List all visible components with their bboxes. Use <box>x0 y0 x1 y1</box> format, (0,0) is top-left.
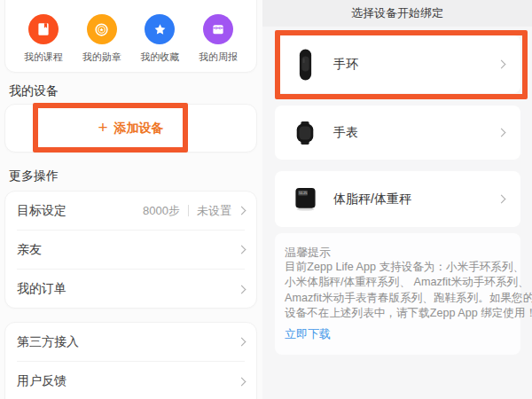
device-label: 手表 <box>333 125 358 141</box>
briefcase-icon <box>203 14 233 44</box>
menu-item-goal-setting[interactable]: 目标设定 8000步 未设置 <box>17 192 245 231</box>
menu-item-friends[interactable]: 亲友 <box>17 231 245 270</box>
device-label: 手环 <box>333 57 358 73</box>
device-row-watch[interactable]: 手表 <box>275 106 520 160</box>
device-binding-page: 选择设备开始绑定 手环 <box>262 0 532 399</box>
shortcut-my-favorites[interactable]: 我的收藏 <box>134 14 185 64</box>
menu-label: 用户反馈 <box>17 373 66 389</box>
device-row-band[interactable]: 手环 <box>275 35 520 93</box>
tips-text-line: Amazfit米动手表青春版系列、跑鞋系列。如果您的 <box>285 291 512 306</box>
shortcut-my-badges[interactable]: 我的勋章 <box>76 14 128 64</box>
shortcut-label: 我的勋章 <box>82 51 121 64</box>
chevron-right-icon <box>497 129 506 137</box>
band-icon <box>291 48 319 82</box>
add-device-button[interactable]: + 添加设备 <box>4 104 257 153</box>
tips-card: 温馨提示 目前Zepp Life App 支持设备为：小米手环系列、 小米体脂秤… <box>275 233 520 355</box>
page-title: 选择设备开始绑定 <box>351 5 443 21</box>
tips-title: 温馨提示 <box>285 245 512 260</box>
scale-display-value: 51.25 <box>299 192 307 195</box>
device-row-scale[interactable]: 51.25 体脂秤/体重秤 <box>275 171 520 227</box>
device-label: 体脂秤/体重秤 <box>333 192 411 207</box>
watch-icon <box>291 121 319 145</box>
medal-icon <box>87 14 117 44</box>
zepp-life-app: 我的课程 我的勋章 我的收藏 <box>0 0 532 399</box>
menu-label: 亲友 <box>17 242 42 258</box>
menu-label: 目标设定 <box>17 203 66 219</box>
chevron-right-icon <box>497 195 506 204</box>
tips-text-line: 设备不在上述列表中，请下载Zepp App 绑定使用！ <box>285 306 512 321</box>
shortcut-my-weekly-report[interactable]: 我的周报 <box>192 14 244 64</box>
plus-icon: + <box>98 119 107 136</box>
tips-text-line: 小米体脂秤/体重秤系列、 Amazfit米动手环系列、 <box>285 275 512 290</box>
more-actions-header: 更多操作 <box>9 168 59 184</box>
chevron-right-icon <box>238 207 246 215</box>
shortcut-my-courses[interactable]: 我的课程 <box>18 14 69 64</box>
shortcut-label: 我的周报 <box>199 51 238 64</box>
shortcuts-card: 我的课程 我的勋章 我的收藏 <box>4 0 257 73</box>
menu-item-user-feedback[interactable]: 用户反馈 <box>17 362 245 399</box>
shortcut-label: 我的收藏 <box>140 51 179 64</box>
page-header: 选择设备开始绑定 <box>262 0 532 27</box>
menu-item-third-party-access[interactable]: 第三方接入 <box>17 323 245 362</box>
tips-text-line: 目前Zepp Life App 支持设备为：小米手环系列、 <box>285 260 512 275</box>
book-icon <box>28 14 59 44</box>
goal-status-value: 未设置 <box>197 203 231 219</box>
shortcut-label: 我的课程 <box>24 51 63 64</box>
menu-card-secondary: 第三方接入 用户反馈 <box>4 322 257 399</box>
add-device-label: 添加设备 <box>114 121 164 137</box>
menu-label: 我的订单 <box>17 281 66 297</box>
menu-label: 第三方接入 <box>17 334 79 350</box>
chevron-right-icon <box>238 338 246 347</box>
chevron-right-icon <box>238 285 246 293</box>
menu-card-primary: 目标设定 8000步 未设置 亲友 我的订单 <box>4 191 257 309</box>
download-now-link[interactable]: 立即下载 <box>285 326 331 342</box>
chevron-right-icon <box>238 377 246 386</box>
chevron-right-icon <box>238 246 246 254</box>
my-devices-header: 我的设备 <box>9 83 59 99</box>
device-type-list: 手环 手表 <box>262 27 532 227</box>
scale-icon: 51.25 <box>291 187 319 211</box>
profile-page: 我的课程 我的勋章 我的收藏 <box>0 0 262 399</box>
chevron-right-icon <box>497 60 506 69</box>
star-icon <box>145 14 175 44</box>
goal-steps-value: 8000步 <box>143 203 180 219</box>
menu-item-my-orders[interactable]: 我的订单 <box>17 270 245 309</box>
value-divider <box>188 205 189 216</box>
